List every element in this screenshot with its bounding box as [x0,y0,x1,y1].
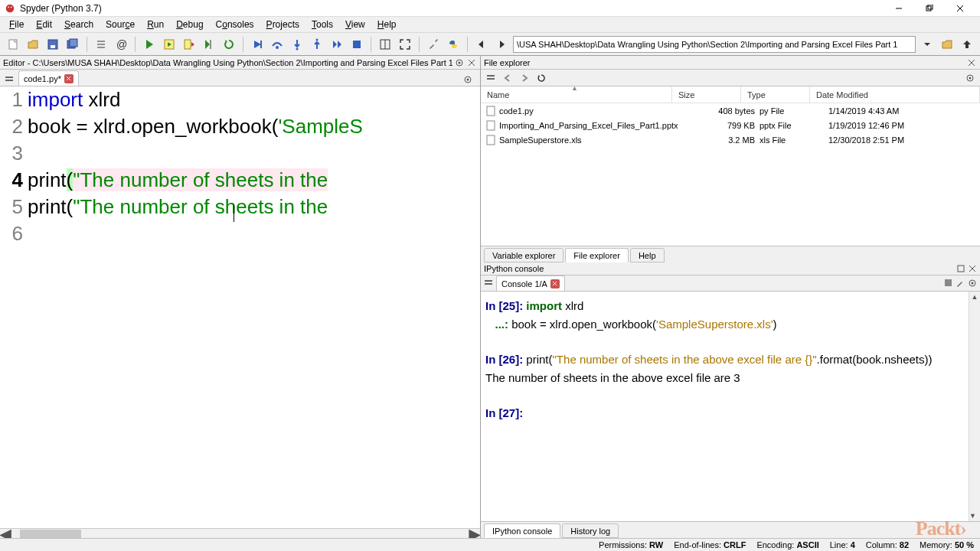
file-row[interactable]: Importing_And_Parsing_Excel_Files_Part1.… [481,118,980,132]
run-cell-button[interactable] [161,36,178,53]
step-into-button[interactable] [289,36,305,53]
menu-projects[interactable]: Projects [260,18,305,31]
step-over-button[interactable] [269,36,286,53]
run-selection-button[interactable] [201,36,217,53]
menu-edit[interactable]: Edit [30,18,58,31]
layout-button[interactable] [377,36,394,53]
fullscreen-button[interactable] [397,36,413,53]
fx-options-icon[interactable] [963,71,977,85]
fx-list-icon[interactable] [484,71,498,85]
file-name: code1.py [499,106,691,116]
minimize-button[interactable] [884,1,914,16]
console-tab-close-icon[interactable] [550,279,560,289]
menu-source[interactable]: Source [100,18,141,31]
svg-rect-55 [945,279,952,286]
console-close-icon[interactable] [967,264,977,274]
file-explorer-close-icon[interactable] [966,57,977,68]
menu-run[interactable]: Run [141,18,170,31]
status-column: Column: 82 [866,540,909,549]
file-icon [485,135,496,145]
tab-file-explorer[interactable]: File explorer [565,248,629,262]
back-button[interactable] [473,36,490,53]
console-tabbar: Console 1/A [481,276,980,292]
sort-indicator-icon: ▲ [571,84,578,92]
tab-close-icon[interactable] [64,74,74,83]
tab-ipython-console[interactable]: IPython console [484,523,560,538]
console-options-icon[interactable] [968,279,977,288]
svg-rect-48 [958,266,964,272]
console-tab[interactable]: Console 1/A [496,276,565,291]
col-type[interactable]: Type [741,86,810,103]
editor-tab[interactable]: code1.py* [18,70,79,86]
right-panel-tabs: Variable explorer File explorer Help [481,246,980,262]
file-explorer-rows: code1.py408 bytespy File1/14/2019 4:43 A… [481,103,980,246]
parent-dir-button[interactable] [959,36,975,53]
svg-rect-10 [51,45,55,48]
menu-consoles[interactable]: Consoles [210,18,260,31]
run-cell-advance-button[interactable] [181,36,198,53]
working-directory-input[interactable]: \USA SHAH\Desktop\Data Wrangling Using P… [513,36,916,53]
at-button[interactable]: @ [113,36,129,53]
console-output[interactable]: In [25]: import xlrd ...: book = xlrd.op… [481,292,980,521]
menu-tools[interactable]: Tools [305,18,339,31]
list-button[interactable] [93,36,109,53]
code-editor[interactable]: 1import xlrd 2book = xlrd.open_workbook(… [0,86,480,540]
tab-help[interactable]: Help [630,248,665,262]
debug-button[interactable] [249,36,266,53]
file-row[interactable]: code1.py408 bytespy File1/14/2019 4:43 A… [481,103,980,118]
editor-path: Editor - C:\Users\MUSA SHAH\Desktop\Data… [3,58,452,67]
col-date[interactable]: Date Modified [810,86,980,103]
path-dropdown-button[interactable] [919,36,936,53]
console-tab-list-icon[interactable] [484,279,493,288]
editor-close-icon[interactable] [466,57,477,68]
tab-list-icon[interactable] [3,73,15,86]
rerun-button[interactable] [220,36,237,53]
svg-rect-51 [485,280,492,282]
continue-button[interactable] [328,36,345,53]
new-file-button[interactable] [5,36,21,53]
col-size[interactable]: Size [672,86,741,103]
console-max-icon[interactable] [956,264,965,274]
menu-debug[interactable]: Debug [170,18,209,31]
editor-options-icon[interactable] [454,57,465,68]
menu-search[interactable]: Search [58,18,100,31]
console-tab-label: Console 1/A [501,279,547,289]
file-size: 408 bytes [691,106,760,116]
file-name: SampleSuperstore.xls [499,135,691,145]
maximize-button[interactable] [914,1,945,16]
editor-gear-icon[interactable] [462,73,474,86]
status-memory: Memory: 50 % [920,540,974,549]
file-date: 1/19/2019 12:46 PM [828,121,980,130]
menu-help[interactable]: Help [371,18,403,31]
tab-variable-explorer[interactable]: Variable explorer [484,248,564,262]
stop-debug-button[interactable] [348,36,365,53]
fx-forward-icon[interactable] [518,71,531,85]
forward-button[interactable] [493,36,510,53]
browse-dir-button[interactable] [939,36,956,53]
separator [371,37,371,52]
file-type: pptx File [760,121,828,130]
tab-history-log[interactable]: History log [562,523,619,538]
file-row[interactable]: SampleSuperstore.xls3.2 MBxls File12/30/… [481,132,980,147]
close-button[interactable] [945,1,975,16]
step-out-button[interactable] [309,36,325,53]
fx-refresh-icon[interactable] [534,71,548,85]
python-path-button[interactable] [445,36,462,53]
spyder-icon [5,3,15,14]
console-edit-icon[interactable] [956,279,965,288]
save-button[interactable] [44,36,61,53]
code-token: import [28,88,83,111]
editor-tab-label: code1.py* [24,74,61,83]
workspace: Editor - C:\Users\MUSA SHAH\Desktop\Data… [0,56,980,540]
fx-back-icon[interactable] [501,71,514,85]
console-stop-icon[interactable] [944,279,952,288]
menu-file[interactable]: File [3,18,30,31]
open-file-button[interactable] [24,36,41,53]
run-button[interactable] [141,36,158,53]
preferences-button[interactable] [425,36,442,53]
console-v-scrollbar[interactable]: ▲▼ [969,292,980,521]
menu-view[interactable]: View [339,18,371,31]
save-all-button[interactable] [64,36,81,53]
console-bottom-tabs: IPython console History log [481,521,980,538]
titlebar: Spyder (Python 3.7) [0,0,980,17]
